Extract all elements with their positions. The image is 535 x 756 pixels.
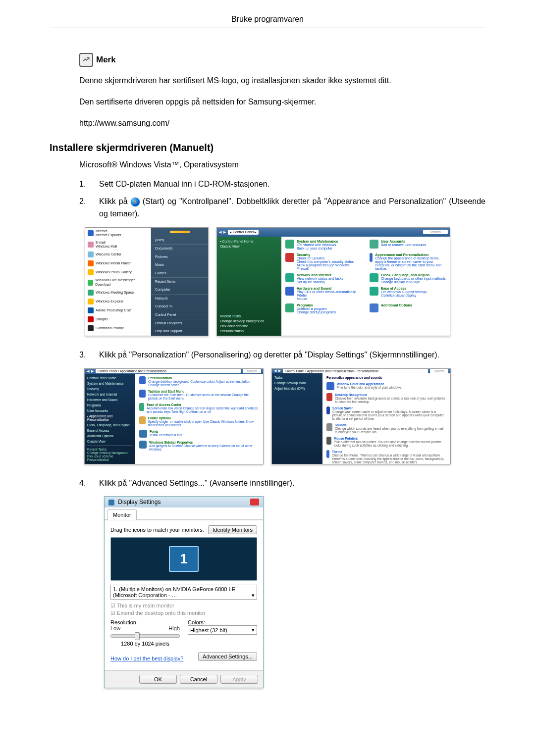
search-box[interactable]: Search	[430, 369, 448, 373]
monitor-icon-1[interactable]: 1	[169, 546, 199, 572]
sidebar-item[interactable]: Classic View	[87, 440, 133, 443]
start-menu-item[interactable]: Command Prompt	[85, 324, 151, 333]
start-menu-item[interactable]: Adobe Photoshop CS2	[85, 306, 151, 315]
control-panel-category[interactable]: Ease of AccessLet Windows suggest settin…	[370, 287, 446, 301]
recent-task[interactable]: Pick color scheme	[220, 324, 278, 328]
back-icon[interactable]: ◀	[219, 230, 221, 234]
sidebar-item[interactable]: Ease of Access	[87, 429, 133, 432]
personalization-item[interactable]: SoundsChange which sounds are heard when…	[326, 423, 446, 434]
personalization-item[interactable]: Mouse PointersPick a different mouse poi…	[326, 437, 446, 447]
step-text: Klikk på ✶ (Start) og "Kontrollpanel". D…	[99, 196, 485, 220]
start-menu-right-item[interactable]: Control Panel	[151, 311, 208, 319]
cancel-button[interactable]: Cancel	[180, 675, 217, 684]
sidebar-item[interactable]: Additional Options	[87, 434, 133, 438]
control-panel-category[interactable]: Additional Options	[370, 303, 446, 314]
sidebar-item[interactable]: User Accounts	[87, 409, 133, 412]
appearance-item[interactable]: PersonalizationChange desktop background…	[139, 376, 259, 387]
control-panel-category[interactable]: Appearance and PersonalizationChange the…	[370, 253, 446, 270]
start-menu-right-item[interactable]: Network	[151, 294, 208, 302]
sidebar-item[interactable]: Network and Internet	[87, 393, 133, 396]
start-menu-right-item[interactable]: Computer	[151, 286, 208, 294]
personalization-item[interactable]: ThemeChange the theme. Themes can change…	[326, 450, 446, 464]
personalization-item[interactable]: Desktop BackgroundChoose from available …	[326, 393, 446, 403]
start-menu-right-item[interactable]: Documents	[151, 244, 208, 252]
appearance-item[interactable]: Folder OptionsSpecify single- or double-…	[139, 416, 259, 427]
start-menu-right-item[interactable]: Music	[151, 261, 208, 269]
address-bar[interactable]: Control Panel › Appearance and Personali…	[283, 369, 428, 373]
back-icon[interactable]: ◀	[87, 369, 89, 373]
sidebar-item[interactable]: Security	[87, 387, 133, 391]
recent-task[interactable]: Change desktop background	[87, 451, 133, 454]
appearance-item[interactable]: Taskbar and Start MenuCustomize the Star…	[139, 390, 259, 400]
forward-icon[interactable]: ▶	[91, 369, 94, 373]
sidebar-item[interactable]: Control Panel Home	[87, 376, 133, 380]
appearance-item[interactable]: Ease of Access CenterAccommodate low vis…	[139, 403, 259, 413]
search-box[interactable]: Search	[423, 230, 448, 234]
screenshot-display-settings: Display Settings Monitor Drag the icons …	[104, 496, 264, 688]
start-menu-right-item[interactable]: Help and Support	[151, 327, 208, 335]
sidebar-item[interactable]: Tasks	[274, 376, 320, 379]
monitor-select[interactable]: 1. (Multiple Monitors) on NVIDIA GeForce…	[110, 585, 257, 600]
recent-task[interactable]: Pick color scheme	[87, 454, 133, 458]
start-menu-right-item[interactable]: Default Programs	[151, 319, 208, 327]
forward-icon[interactable]: ▶	[223, 230, 226, 234]
start-menu-item[interactable]: SnagIt8	[85, 315, 151, 324]
step-2: 2. Klikk på ✶ (Start) og "Kontrollpanel"…	[79, 196, 485, 220]
start-menu-item[interactable]: Windows Live Messenger Download	[85, 277, 151, 288]
start-menu-item[interactable]: Windows Meeting Space	[85, 288, 151, 297]
control-panel-category[interactable]: Network and InternetView network status …	[285, 273, 362, 284]
colors-select[interactable]: Highest (32 bit)▾	[188, 625, 257, 635]
sidebar-item[interactable]: Classic View	[220, 245, 278, 248]
start-menu-right-item[interactable]: Games	[151, 269, 208, 277]
address-bar[interactable]: Control Panel › Appearance and Personali…	[96, 369, 241, 373]
personalization-item[interactable]: Window Color and AppearanceFine tune the…	[326, 382, 446, 390]
apply-button[interactable]: Apply	[220, 675, 258, 684]
start-menu-item[interactable]: Windows Media Player	[85, 259, 151, 268]
tab-monitor[interactable]: Monitor	[107, 509, 137, 520]
start-menu-item[interactable]: Welcome Center	[85, 250, 151, 259]
start-menu-right-item[interactable]: Connect To	[151, 302, 208, 310]
ok-button[interactable]: OK	[139, 675, 177, 684]
start-menu-item[interactable]: InternetInternet Explorer	[85, 228, 151, 239]
start-menu-right-item[interactable]: (user)	[151, 236, 208, 244]
start-menu-right-item[interactable]: Pictures	[151, 253, 208, 261]
recent-task[interactable]: Personalization	[220, 329, 278, 333]
appearance-item[interactable]: FontsInstall or remove a font	[139, 430, 259, 438]
step-4: 4. Klikk på "Advanced Settings..." (Avan…	[79, 477, 485, 490]
address-bar[interactable]: ▸ Control Panel ▸	[228, 230, 259, 235]
start-menu-item[interactable]: Windows Explorer	[85, 297, 151, 306]
advanced-settings-button[interactable]: Advanced Settings...	[198, 652, 257, 661]
appearance-item[interactable]: Windows Sidebar PropertiesAdd gadgets to…	[139, 441, 259, 451]
sidebar-item[interactable]: Adjust font size (DPI)	[274, 387, 320, 390]
start-menu-item[interactable]: E-mailWindows Mail	[85, 239, 151, 251]
personalization-items: Personalize appearance and sounds Window…	[322, 373, 450, 464]
resolution-slider[interactable]	[110, 634, 180, 638]
help-link[interactable]: How do I get the best display?	[110, 655, 183, 661]
sidebar-item[interactable]: Clock, Language, and Region	[87, 423, 133, 427]
back-icon[interactable]: ◀	[274, 369, 276, 373]
personalization-item[interactable]: Screen SaverChange your screen saver or …	[326, 406, 446, 420]
sidebar-item[interactable]: Programs	[87, 403, 133, 407]
start-menu-right-item[interactable]: Recent Items	[151, 277, 208, 286]
sidebar-item[interactable]: System and Maintenance	[87, 382, 133, 385]
control-panel-category[interactable]: Hardware and SoundPlay CDs or other medi…	[285, 287, 362, 301]
sidebar-item[interactable]: • Control Panel Home	[220, 240, 278, 243]
sidebar-item[interactable]: Hardware and Sound	[87, 398, 133, 402]
identify-monitors-button[interactable]: Identify Monitors	[208, 525, 257, 534]
sidebar-item[interactable]: • Appearance and Personalization	[87, 414, 133, 421]
control-panel-category[interactable]: System and MaintenanceGet started with W…	[285, 240, 362, 250]
control-panel-category[interactable]: Clock, Language, and RegionChange keyboa…	[370, 273, 446, 284]
start-menu-item[interactable]: Windows Photo Gallery	[85, 268, 151, 277]
control-panel-category[interactable]: SecurityCheck for updatesCheck this comp…	[285, 253, 362, 270]
sidebar-item[interactable]: Change desktop icons	[274, 381, 320, 385]
close-icon[interactable]	[250, 499, 259, 505]
recent-task[interactable]: Change desktop background	[220, 319, 278, 323]
all-programs[interactable]: ▶ All Programs	[85, 333, 151, 336]
search-box[interactable]: Search	[243, 369, 261, 373]
forward-icon[interactable]: ▶	[278, 369, 281, 373]
monitor-area[interactable]: 1	[110, 537, 257, 581]
screenshot-start-menu: InternetInternet ExplorerE-mailWindows M…	[85, 227, 209, 336]
recent-task[interactable]: Personalization	[87, 458, 133, 461]
control-panel-category[interactable]: User AccountsAdd or remove user accounts	[370, 240, 446, 250]
control-panel-category[interactable]: ProgramsUninstall a programChange startu…	[285, 303, 362, 314]
